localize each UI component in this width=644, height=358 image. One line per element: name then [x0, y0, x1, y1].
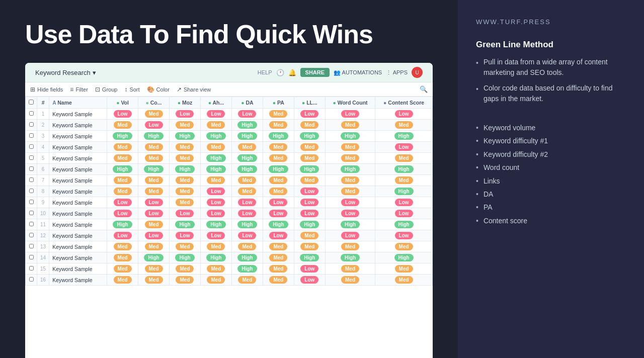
col-pa-val: Med: [263, 275, 294, 286]
table-row: 6Keyword SampleHighHighHighHighHighHighH…: [26, 164, 433, 175]
col-ah-val: Med: [200, 175, 231, 186]
row-checkbox[interactable]: [26, 131, 37, 142]
row-checkbox[interactable]: [26, 208, 37, 219]
help-link[interactable]: HELP: [258, 69, 272, 75]
col-moz-val: Med: [170, 197, 201, 208]
table-row: 7Keyword SampleMedMedMedMedMedMedMedMedM…: [26, 175, 433, 186]
col-checkbox[interactable]: [26, 97, 37, 109]
col-co-val: Low: [138, 208, 170, 219]
apps-button[interactable]: ⋮ APPS: [386, 69, 408, 76]
hide-fields-button[interactable]: ⊞ Hide fields: [30, 86, 63, 93]
col-vol[interactable]: ● Vol: [107, 97, 138, 109]
user-avatar: U: [412, 67, 423, 78]
col-pa-val: Med: [263, 120, 294, 131]
col-wc-val: Med: [325, 142, 375, 153]
row-number: 8: [37, 186, 49, 197]
col-vol-val: Med: [107, 153, 138, 164]
share-view-button[interactable]: ↗ Share view: [177, 86, 211, 93]
col-co-val: High: [138, 252, 170, 263]
sub-bullet-dot: •: [476, 215, 478, 226]
row-checkbox[interactable]: [26, 197, 37, 208]
col-cs-val: Med: [375, 153, 433, 164]
row-checkbox[interactable]: [26, 241, 37, 252]
row-checkbox[interactable]: [26, 275, 37, 286]
col-ah-val: Low: [200, 186, 231, 197]
col-moz[interactable]: ● Moz: [170, 97, 201, 109]
row-number: 9: [37, 197, 49, 208]
col-wc-val: Low: [325, 197, 375, 208]
col-pa-val: Med: [263, 153, 294, 164]
spreadsheet-topbar: Keyword Research ▾ HELP 🕐 🔔 SHARE 👥 AUTO…: [25, 63, 433, 82]
row-checkbox[interactable]: [26, 219, 37, 230]
color-button[interactable]: 🎨 Color: [147, 86, 170, 93]
history-icon[interactable]: 🕐: [276, 69, 284, 76]
row-number: 16: [37, 275, 49, 286]
row-checkbox[interactable]: [26, 230, 37, 241]
row-checkbox[interactable]: [26, 109, 37, 120]
col-ll-val: Med: [294, 175, 325, 186]
table-row: 5Keyword SampleMedMedMedHighHighMedMedMe…: [26, 153, 433, 164]
col-da-val: Med: [231, 175, 263, 186]
automations-button[interactable]: 👥 AUTOMATIONS: [334, 69, 382, 76]
row-number: 2: [37, 120, 49, 131]
notifications-icon[interactable]: 🔔: [288, 69, 296, 76]
spreadsheet-tab[interactable]: Keyword Research ▾: [35, 69, 96, 76]
col-vol-val: Low: [107, 197, 138, 208]
keyword-name: Keyword Sample: [49, 208, 107, 219]
group-button[interactable]: ⊡ Group: [95, 86, 118, 93]
col-wc-val: Med: [325, 175, 375, 186]
row-checkbox[interactable]: [26, 186, 37, 197]
row-checkbox[interactable]: [26, 263, 37, 275]
col-vol-val: Med: [107, 120, 138, 131]
intro-text-2: Color code data based on difficulty to f…: [484, 83, 626, 104]
row-number: 14: [37, 252, 49, 263]
col-name[interactable]: A Name: [49, 97, 107, 109]
row-checkbox[interactable]: [26, 120, 37, 131]
col-moz-val: Low: [170, 230, 201, 241]
page-title: Use Data To Find Quick Wins: [25, 20, 433, 49]
col-wc-val: High: [325, 252, 375, 263]
col-moz-val: Med: [170, 275, 201, 286]
col-da[interactable]: ● DA: [231, 97, 263, 109]
col-pa-val: Low: [263, 208, 294, 219]
col-da-val: Low: [231, 109, 263, 120]
col-co-val: Low: [138, 197, 170, 208]
col-ll-val: High: [294, 131, 325, 142]
col-pa-val: High: [263, 219, 294, 230]
col-cs[interactable]: ● Content Score: [375, 97, 433, 109]
col-ll[interactable]: ● LL...: [294, 97, 325, 109]
share-button[interactable]: SHARE: [300, 68, 330, 77]
col-pa-val: Med: [263, 263, 294, 275]
row-checkbox[interactable]: [26, 175, 37, 186]
col-co-val: Med: [138, 263, 170, 275]
col-cs-val: Low: [375, 109, 433, 120]
search-icon[interactable]: 🔍: [420, 85, 428, 93]
row-checkbox[interactable]: [26, 153, 37, 164]
col-da-val: Low: [231, 208, 263, 219]
col-cs-val: High: [375, 186, 433, 197]
list-item-7: •PA: [476, 202, 626, 213]
filter-icon: ≡: [70, 86, 73, 93]
col-co-val: Low: [138, 230, 170, 241]
col-pa-val: Med: [263, 186, 294, 197]
col-wc[interactable]: ● Word Count: [325, 97, 375, 109]
row-checkbox[interactable]: [26, 142, 37, 153]
row-checkbox[interactable]: [26, 164, 37, 175]
col-ah[interactable]: ● Ah...: [200, 97, 231, 109]
row-number: 5: [37, 153, 49, 164]
col-co[interactable]: ● Co...: [138, 97, 170, 109]
col-pa-val: High: [263, 131, 294, 142]
col-ll-val: Low: [294, 263, 325, 275]
col-pa[interactable]: ● PA: [263, 97, 294, 109]
sub-bullet-dot: •: [476, 149, 478, 160]
row-number: 10: [37, 208, 49, 219]
color-icon: 🎨: [147, 86, 154, 93]
filter-button[interactable]: ≡ Filter: [70, 86, 88, 93]
table-row: 10Keyword SampleLowLowLowLowLowLowLowLow…: [26, 208, 433, 219]
col-cs-val: Med: [375, 241, 433, 252]
sort-button[interactable]: ↕ Sort: [124, 86, 139, 93]
col-vol-val: Med: [107, 175, 138, 186]
row-checkbox[interactable]: [26, 252, 37, 263]
list-item-text: Keyword difficulty #1: [484, 135, 548, 146]
row-number: 13: [37, 241, 49, 252]
